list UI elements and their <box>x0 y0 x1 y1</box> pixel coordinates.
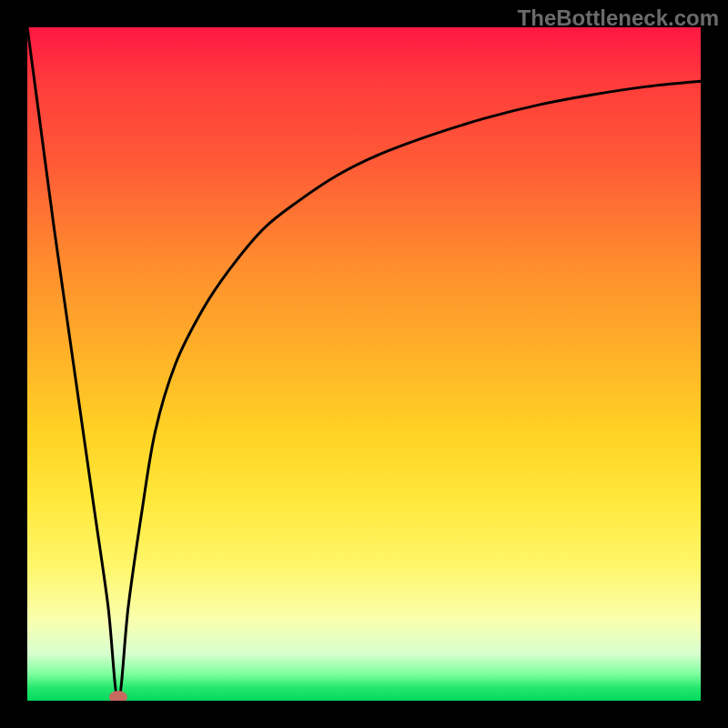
bottleneck-curve <box>27 27 701 701</box>
plot-area <box>27 27 701 701</box>
curve-layer <box>27 27 701 701</box>
minimum-marker <box>109 691 127 701</box>
chart-frame: TheBottleneck.com <box>0 0 728 728</box>
